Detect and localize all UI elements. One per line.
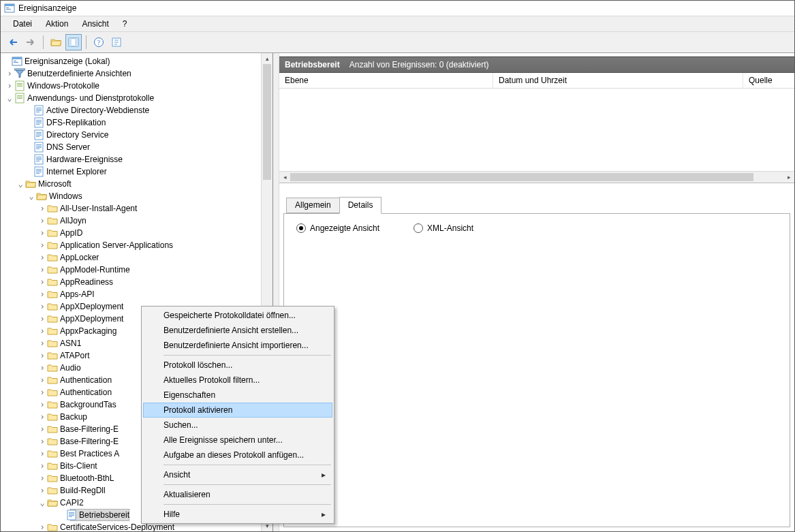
expander-icon[interactable]: › <box>37 461 47 471</box>
expander-icon[interactable]: › <box>37 302 47 311</box>
expander-icon[interactable]: › <box>37 424 47 434</box>
expander-icon[interactable]: › <box>5 69 14 78</box>
properties-button[interactable] <box>108 34 125 50</box>
ctx-import-custom-view[interactable]: Benutzerdefinierte Ansicht importieren..… <box>143 338 332 353</box>
col-source[interactable]: Quelle <box>743 73 794 88</box>
expander-icon[interactable]: ⌄ <box>37 498 47 507</box>
scroll-thumb[interactable] <box>263 64 271 180</box>
col-datetime[interactable]: Datum und Uhrzeit <box>493 73 743 88</box>
ctx-help-submenu[interactable]: Hilfe ▸ <box>143 507 332 522</box>
expander-icon[interactable]: › <box>37 240 47 250</box>
tree-item-win-1[interactable]: ›AllJoyn <box>1 215 262 227</box>
expander-icon[interactable]: › <box>37 326 47 336</box>
nav-back-button[interactable] <box>5 34 21 50</box>
expander-icon[interactable]: › <box>37 522 47 531</box>
tree-item-hardware[interactable]: Hardware-Ereignisse <box>1 153 262 166</box>
tree-windows-logs[interactable]: ›Windows-Protokolle <box>1 80 262 92</box>
tree-item-icon <box>47 399 58 410</box>
expander-icon[interactable]: › <box>37 375 47 385</box>
expander-icon[interactable]: › <box>37 363 47 373</box>
scroll-right-button[interactable]: ▸ <box>783 172 794 183</box>
event-list-hscroll[interactable]: ◂ ▸ <box>279 171 794 183</box>
tree-item-dfs[interactable]: DFS-Replikation <box>1 116 262 129</box>
ctx-create-custom-view[interactable]: Benutzerdefinierte Ansicht erstellen... <box>143 323 332 338</box>
expander-icon[interactable]: › <box>37 400 47 409</box>
expander-icon[interactable]: ⌄ <box>27 191 36 201</box>
ctx-view-submenu[interactable]: Ansicht ▸ <box>143 467 332 482</box>
tree-item-win-5[interactable]: ›AppModel-Runtime <box>1 264 262 276</box>
expander-icon[interactable]: › <box>37 449 47 458</box>
tree-item-win-2[interactable]: ›AppID <box>1 227 262 239</box>
tree-item-label: Backup <box>60 412 87 422</box>
toolbar <box>1 32 794 53</box>
expander-icon[interactable]: ⌄ <box>16 179 25 189</box>
nav-forward-button[interactable] <box>22 34 39 50</box>
app-icon <box>4 3 15 14</box>
help-button[interactable] <box>91 34 107 50</box>
expander-icon[interactable]: › <box>37 388 47 397</box>
menu-view[interactable]: Ansicht <box>76 18 114 30</box>
tree-custom-views[interactable]: ›Benutzerdefinierte Ansichten <box>1 67 262 80</box>
expander-icon[interactable]: › <box>37 265 47 275</box>
col-level[interactable]: Ebene <box>279 73 493 88</box>
tree-item-label: Build-RegDll <box>60 486 106 495</box>
tree-item-win-0[interactable]: ›All-User-Install-Agent <box>1 202 262 215</box>
tree-item-icon <box>33 142 44 153</box>
expander-icon[interactable]: › <box>5 81 14 91</box>
tree-item-icon <box>47 375 58 386</box>
tree-item-icon <box>47 338 58 349</box>
expander-icon[interactable]: › <box>37 290 47 299</box>
ctx-refresh[interactable]: Aktualisieren <box>143 487 332 502</box>
menu-action[interactable]: Aktion <box>40 18 74 30</box>
expander-icon[interactable]: ⌄ <box>5 93 14 103</box>
tree-item-ie[interactable]: Internet Explorer <box>1 166 262 178</box>
expander-icon[interactable]: › <box>37 228 47 238</box>
menu-help[interactable]: ? <box>117 18 133 30</box>
tree-item-windows[interactable]: ⌄Windows <box>1 190 262 202</box>
tree-item-win-4[interactable]: ›AppLocker <box>1 251 262 264</box>
ctx-filter-log[interactable]: Aktuelles Protokoll filtern... <box>143 373 332 388</box>
expander-icon[interactable]: › <box>37 351 47 360</box>
tree-item-dns[interactable]: DNS Server <box>1 141 262 153</box>
menu-file[interactable]: Datei <box>7 18 37 30</box>
tree-item-label: ASN1 <box>60 339 81 348</box>
expander-icon[interactable]: › <box>37 473 47 483</box>
tree-item-label: Bluetooth-BthL <box>60 473 114 483</box>
show-hide-tree-button[interactable] <box>65 34 82 50</box>
ctx-attach-task[interactable]: Aufgabe an dieses Protokoll anfügen... <box>143 448 332 463</box>
tree-item-label: Internet Explorer <box>46 167 107 176</box>
ctx-find[interactable]: Suchen... <box>143 418 332 433</box>
ctx-enable-log[interactable]: Protokoll aktivieren <box>143 403 332 418</box>
expander-icon[interactable]: › <box>37 314 47 324</box>
expander-icon[interactable]: › <box>37 412 47 422</box>
tree-item-win-3[interactable]: ›Application Server-Applications <box>1 239 262 251</box>
ctx-open-saved-log[interactable]: Gespeicherte Protokolldatei öffnen... <box>143 308 332 323</box>
scroll-thumb[interactable] <box>290 173 753 181</box>
expander-icon[interactable]: › <box>37 204 47 213</box>
radio-friendly-view[interactable]: Angezeigte Ansicht <box>296 223 379 233</box>
tab-general[interactable]: Allgemein <box>286 198 340 213</box>
tree-app-services[interactable]: ⌄Anwendungs- und Dienstprotokolle <box>1 92 262 104</box>
tree-item-directory[interactable]: Directory Service <box>1 129 262 141</box>
ctx-save-all-events[interactable]: Alle Ereignisse speichern unter... <box>143 433 332 448</box>
up-button[interactable] <box>48 34 64 50</box>
ctx-clear-log[interactable]: Protokoll löschen... <box>143 358 332 373</box>
submenu-arrow-icon: ▸ <box>322 470 326 480</box>
tree-root[interactable]: Ereignisanzeige (Lokal) <box>1 55 262 67</box>
expander-icon[interactable]: › <box>37 277 47 287</box>
ctx-properties[interactable]: Eigenschaften <box>143 388 332 403</box>
expander-icon[interactable]: › <box>37 339 47 348</box>
expander-icon[interactable]: › <box>37 216 47 225</box>
expander-icon[interactable]: › <box>37 437 47 446</box>
tree-item-microsoft[interactable]: ⌄Microsoft <box>1 178 262 190</box>
tree-item-win-7[interactable]: ›Apps-API <box>1 288 262 300</box>
expander-icon[interactable]: › <box>37 486 47 495</box>
separator <box>163 465 331 465</box>
expander-icon[interactable]: › <box>37 253 47 262</box>
radio-xml-view[interactable]: XML-Ansicht <box>414 223 473 233</box>
tree-item-ad-web[interactable]: Active Directory-Webdienste <box>1 104 262 116</box>
scroll-up-button[interactable]: ▴ <box>262 53 272 64</box>
scroll-left-button[interactable]: ◂ <box>279 172 290 183</box>
tree-item-win-6[interactable]: ›AppReadiness <box>1 276 262 288</box>
tab-details[interactable]: Details <box>339 197 382 214</box>
